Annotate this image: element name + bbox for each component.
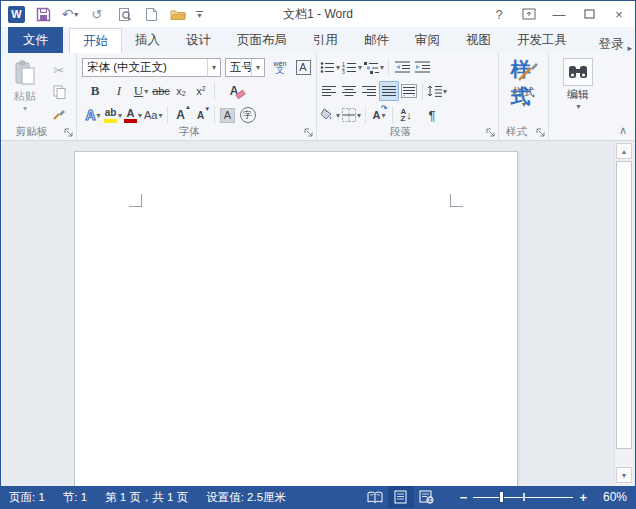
zoom-slider-thumb[interactable]: [499, 491, 504, 503]
zoom-in-button[interactable]: +: [573, 490, 593, 505]
shrink-font-button[interactable]: A▼: [191, 105, 211, 125]
subscript-button[interactable]: x2: [171, 81, 191, 101]
collapse-ribbon-button[interactable]: ∧: [619, 124, 627, 137]
multilevel-list-button[interactable]: ▾: [363, 57, 385, 77]
maximize-button[interactable]: [577, 4, 601, 24]
print-preview-button[interactable]: [115, 5, 133, 23]
paragraph-dialog-launcher[interactable]: [485, 127, 496, 138]
numbering-button[interactable]: 123 ▾: [341, 57, 363, 77]
minimize-button[interactable]: —: [547, 4, 571, 24]
cut-button[interactable]: ✂: [49, 61, 69, 79]
font-dialog-launcher[interactable]: [303, 127, 314, 138]
chevron-down-icon[interactable]: ▾: [159, 111, 163, 120]
scrollbar-thumb[interactable]: [616, 161, 632, 449]
superscript-button[interactable]: x2: [191, 81, 211, 101]
chevron-down-icon[interactable]: ▾: [576, 102, 580, 111]
align-left-button[interactable]: [319, 81, 339, 101]
enclose-characters-button[interactable]: 字: [238, 105, 258, 125]
strikethrough-button[interactable]: abc: [151, 81, 171, 101]
font-name-combobox[interactable]: 宋体 (中文正文) ▾: [82, 58, 221, 77]
underline-button[interactable]: U▾: [131, 81, 151, 101]
tab-home[interactable]: 开始: [69, 28, 122, 53]
show-hide-marks-button[interactable]: ¶: [422, 105, 442, 125]
ribbon-display-options-button[interactable]: [517, 4, 541, 24]
font-color-button[interactable]: A▾: [123, 105, 143, 125]
tab-insert[interactable]: 插入: [122, 28, 173, 53]
tab-review[interactable]: 审阅: [402, 28, 453, 53]
tab-references[interactable]: 引用: [300, 28, 351, 53]
tab-page-layout[interactable]: 页面布局: [224, 28, 300, 53]
format-painter-button[interactable]: [49, 105, 69, 123]
styles-dialog-launcher[interactable]: [535, 127, 546, 138]
chevron-down-icon[interactable]: ▾: [138, 111, 142, 120]
zoom-out-button[interactable]: −: [454, 490, 474, 505]
chevron-down-icon[interactable]: ▾: [358, 63, 362, 72]
close-button[interactable]: ×: [607, 4, 631, 24]
chevron-down-icon[interactable]: ▾: [251, 59, 264, 76]
chevron-down-icon[interactable]: ▾: [357, 111, 361, 120]
bold-button[interactable]: B: [85, 81, 105, 101]
tab-developer[interactable]: 开发工具: [504, 28, 580, 53]
tab-mailings[interactable]: 邮件: [351, 28, 402, 53]
status-section[interactable]: 节: 1: [63, 490, 87, 505]
document-page[interactable]: S 搜狗指南: [74, 151, 518, 488]
status-page-number[interactable]: 页面: 1: [9, 490, 45, 505]
phonetic-guide-button[interactable]: wén文: [270, 57, 290, 77]
chevron-down-icon[interactable]: ▾: [144, 87, 148, 96]
shading-button[interactable]: ▾: [319, 105, 341, 125]
justify-button[interactable]: [379, 81, 399, 101]
chevron-down-icon[interactable]: ▾: [336, 63, 340, 72]
vertical-scrollbar[interactable]: ▲ ▼: [614, 142, 633, 487]
decrease-indent-button[interactable]: [392, 57, 412, 77]
change-case-button[interactable]: Aa▾: [143, 105, 163, 125]
asian-layout-button[interactable]: A↷ ▾: [369, 105, 389, 125]
open-button[interactable]: [169, 5, 187, 23]
undo-button[interactable]: ↶▾: [61, 5, 79, 23]
customize-qat-button[interactable]: ▾: [196, 11, 203, 18]
chevron-down-icon[interactable]: ▾: [97, 111, 101, 120]
highlight-color-button[interactable]: ab▾: [103, 105, 123, 125]
italic-button[interactable]: I: [109, 81, 129, 101]
copy-button[interactable]: [49, 83, 69, 101]
distributed-button[interactable]: [399, 81, 419, 101]
character-border-button[interactable]: A: [293, 57, 313, 77]
sign-in-link[interactable]: 登录: [594, 36, 627, 53]
help-button[interactable]: ?: [487, 4, 511, 24]
clear-formatting-button[interactable]: A: [224, 81, 244, 101]
align-right-button[interactable]: [359, 81, 379, 101]
paste-button[interactable]: 粘贴 ▾: [3, 56, 47, 124]
font-size-combobox[interactable]: 五号 ▾: [225, 58, 265, 77]
zoom-level[interactable]: 60%: [603, 490, 627, 504]
editing-button[interactable]: 编辑 ▾: [551, 56, 605, 111]
chevron-down-icon[interactable]: ▾: [336, 111, 340, 120]
increase-indent-button[interactable]: [412, 57, 432, 77]
center-button[interactable]: [339, 81, 359, 101]
sort-button[interactable]: AZ↓: [396, 105, 416, 125]
read-mode-button[interactable]: [362, 486, 388, 508]
clipboard-dialog-launcher[interactable]: [63, 127, 74, 138]
chevron-down-icon[interactable]: ▾: [74, 10, 78, 19]
scroll-down-button[interactable]: ▼: [616, 467, 632, 483]
tab-view[interactable]: 视图: [453, 28, 504, 53]
chevron-down-icon[interactable]: ▾: [118, 111, 122, 120]
text-effects-button[interactable]: A▾: [83, 105, 103, 125]
status-page-of-pages[interactable]: 第 1 页，共 1 页: [105, 490, 188, 505]
redo-button[interactable]: ↺: [88, 5, 106, 23]
tab-design[interactable]: 设计: [173, 28, 224, 53]
zoom-slider[interactable]: [473, 490, 573, 504]
status-margin-setting[interactable]: 设置值: 2.5厘米: [206, 490, 286, 505]
borders-button[interactable]: ▾: [341, 105, 362, 125]
character-shading-button[interactable]: A: [218, 105, 238, 125]
chevron-down-icon[interactable]: ▾: [380, 63, 384, 72]
web-layout-button[interactable]: [414, 486, 440, 508]
chevron-down-icon[interactable]: ▾: [443, 87, 447, 96]
scroll-up-button[interactable]: ▲: [616, 143, 632, 159]
tab-file[interactable]: 文件: [8, 27, 63, 53]
new-document-button[interactable]: [142, 5, 160, 23]
line-spacing-button[interactable]: ▾: [426, 81, 448, 101]
chevron-down-icon[interactable]: ▾: [207, 59, 220, 76]
paste-dropdown[interactable]: ▾: [23, 104, 27, 113]
print-layout-button[interactable]: [388, 486, 414, 508]
bullets-button[interactable]: ▾: [319, 57, 341, 77]
styles-button[interactable]: 样式 样式 ▾: [501, 56, 546, 109]
